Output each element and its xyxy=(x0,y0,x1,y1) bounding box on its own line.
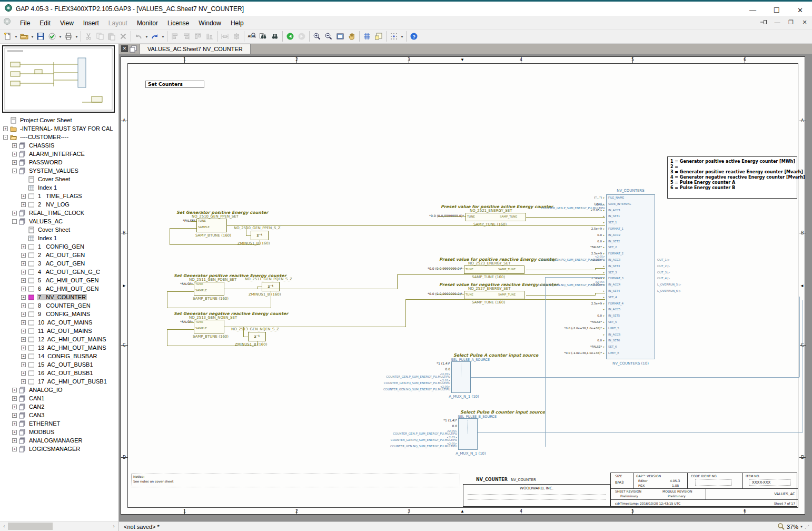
open-icon[interactable] xyxy=(18,31,30,42)
zoom-page-icon[interactable] xyxy=(334,31,346,42)
tree-item-password[interactable]: +PASSWORD xyxy=(0,158,118,166)
mdi-minimize-icon[interactable]: — xyxy=(772,17,783,27)
tree-item-2-nv-log[interactable]: +2 NV_LOG xyxy=(0,200,118,209)
expand-icon[interactable]: + xyxy=(21,295,26,300)
menu-layout[interactable]: Layout xyxy=(104,17,132,29)
snap-icon[interactable] xyxy=(388,31,400,42)
expand-icon[interactable]: + xyxy=(21,202,26,207)
expand-icon[interactable]: + xyxy=(21,253,26,258)
tree-item-project-cover-sheet[interactable]: Project Cover Sheet xyxy=(0,116,118,124)
expand-icon[interactable]: + xyxy=(12,152,17,156)
expand-icon[interactable]: + xyxy=(12,211,17,215)
tree-item-can1[interactable]: +CAN1 xyxy=(0,394,118,402)
tree-item-16-ac-out-busb1[interactable]: +16 AC_OUT_BUSB1 xyxy=(0,369,118,377)
expand-icon[interactable]: + xyxy=(12,396,17,401)
tree-item-system-values[interactable]: -SYSTEM_VALUES xyxy=(0,166,118,175)
expand-icon[interactable]: + xyxy=(21,362,26,367)
expand-icon[interactable]: + xyxy=(21,371,26,376)
expand-icon[interactable]: + xyxy=(21,337,26,342)
menu-help[interactable]: Help xyxy=(226,17,249,29)
canvas[interactable]: 112233445566AABBCCDD ▼ ▲ ► ◄ Set Counter… xyxy=(119,54,812,522)
tree-item-12-ac-hmi-out-mains[interactable]: +12 AC_HMI_OUT_MAINS xyxy=(0,335,118,343)
menu-license[interactable]: License xyxy=(163,17,194,29)
expand-icon[interactable]: + xyxy=(12,160,17,165)
tree-item-11-ac-out-mains[interactable]: +11 AC_OUT_MAINS xyxy=(0,327,118,335)
tree-item--customer-[interactable]: -----CUSTOMER---- xyxy=(0,133,118,141)
expand-icon[interactable]: + xyxy=(3,126,8,131)
print-dropdown-icon[interactable]: ▼ xyxy=(74,31,79,42)
tree-item-8-counter-gen[interactable]: +8 COUNTER_GEN xyxy=(0,301,118,310)
scrollbar-thumb[interactable] xyxy=(8,523,53,530)
help-icon[interactable]: ? xyxy=(408,31,420,42)
tree-item-5-ac-hmi-out-gen[interactable]: +5 AC_HMI_OUT_GEN xyxy=(0,276,118,284)
tree-item--internal-must-stay-for-cal[interactable]: +-INTERNAL- MUST STAY FOR CAL xyxy=(0,124,118,133)
tree-item-1-config-gen[interactable]: +1 CONFIG_GEN xyxy=(0,242,118,251)
tree-item-analog-io[interactable]: +ANALOG_IO xyxy=(0,386,118,394)
tree-item-analogmanager[interactable]: +ANALOGMANAGER xyxy=(0,436,118,445)
expand-icon[interactable]: + xyxy=(21,270,26,274)
expand-icon[interactable]: + xyxy=(21,261,26,266)
tree-item-9-config-mains[interactable]: +9 CONFIG_MAINS xyxy=(0,310,118,318)
expand-icon[interactable]: + xyxy=(21,354,26,359)
resize-grip[interactable]: ⋰ xyxy=(805,524,810,529)
tree-item-alarm-interface[interactable]: +ALARM_INTERFACE xyxy=(0,150,118,158)
z-delay-block[interactable]: z⁻¹ xyxy=(251,231,269,240)
tree-item-13-ac-hmi-out-mains[interactable]: +13 AC_HMI_OUT_MAINS xyxy=(0,343,118,352)
tree-item-2-ac-out-gen[interactable]: +2 AC_OUT_GEN xyxy=(0,251,118,259)
menu-file[interactable]: File xyxy=(15,17,35,29)
zoom-out-icon[interactable] xyxy=(323,31,334,42)
expand-icon[interactable]: + xyxy=(12,447,17,451)
expand-icon[interactable]: + xyxy=(21,287,26,291)
expand-icon[interactable]: + xyxy=(12,143,17,148)
z-delay-block[interactable]: z⁻¹ xyxy=(248,332,266,341)
expand-icon[interactable]: + xyxy=(12,421,17,426)
menu-edit[interactable]: Edit xyxy=(35,17,55,29)
tree-item-values-ac[interactable]: -VALUES_AC xyxy=(0,217,118,225)
save-icon[interactable] xyxy=(35,31,46,42)
expand-icon[interactable]: + xyxy=(21,320,26,325)
grid-icon[interactable] xyxy=(361,31,373,42)
expand-icon[interactable]: + xyxy=(12,413,17,418)
tree-item-logicsmanager[interactable]: +LOGICSMANAGER xyxy=(0,445,118,453)
tree-item-15-ac-out-busb1[interactable]: +15 AC_OUT_BUSB1 xyxy=(0,360,118,369)
mdi-restore-icon[interactable]: ❐ xyxy=(786,17,796,27)
expand-icon[interactable]: + xyxy=(12,438,17,443)
tree-horizontal-scrollbar[interactable]: ‹ › xyxy=(0,522,118,531)
verify-icon[interactable] xyxy=(46,31,58,42)
tree-item-1-time-flags[interactable]: +1 TIME_FLAGS xyxy=(0,192,118,200)
tab-values-ac-sheet7[interactable]: VALUES_AC.Sheet7 NV_COUNTER xyxy=(140,44,251,54)
expand-icon[interactable]: + xyxy=(21,312,26,317)
close-tab-icon[interactable]: ✕ xyxy=(121,45,128,52)
expand-icon[interactable]: + xyxy=(21,379,26,384)
find-pages-icon[interactable] xyxy=(258,31,269,42)
tree-item-7-nv-counter[interactable]: +7 NV_COUNTER xyxy=(0,293,118,301)
tree-item-3-ac-out-gen[interactable]: +3 AC_OUT_GEN xyxy=(0,259,118,268)
back-icon[interactable] xyxy=(284,31,296,42)
redo-dropdown-icon[interactable]: ▼ xyxy=(161,31,165,42)
tree-item-10-ac-out-mains[interactable]: +10 AC_OUT_MAINS xyxy=(0,318,118,327)
scroll-right-icon[interactable]: › xyxy=(110,523,117,530)
expand-icon[interactable]: + xyxy=(12,430,17,435)
pin-toolbar-icon[interactable] xyxy=(758,17,769,27)
expand-icon[interactable]: + xyxy=(12,388,17,392)
zoom-dropdown-icon[interactable]: ▾ xyxy=(800,524,803,529)
print-icon[interactable] xyxy=(63,31,74,42)
new-file-dropdown-icon[interactable]: ▼ xyxy=(14,31,18,42)
menu-window[interactable]: Window xyxy=(194,17,226,29)
new-file-icon[interactable] xyxy=(2,31,14,42)
expand-icon[interactable]: + xyxy=(21,346,26,350)
collapse-icon[interactable]: - xyxy=(12,169,17,173)
expand-icon[interactable]: + xyxy=(21,329,26,333)
pan-icon[interactable] xyxy=(346,31,358,42)
snap-dropdown-icon[interactable]: ▼ xyxy=(400,31,404,42)
tree-item-6-ac-hmi-out-gen[interactable]: +6 AC_HMI_OUT_GEN xyxy=(0,284,118,293)
expand-icon[interactable]: + xyxy=(21,303,26,308)
scroll-left-icon[interactable]: ‹ xyxy=(1,523,8,530)
menu-insert[interactable]: Insert xyxy=(78,17,104,29)
expand-icon[interactable]: + xyxy=(21,278,26,283)
tree-item-can2[interactable]: +CAN2 xyxy=(0,402,118,411)
verify-dropdown-icon[interactable]: ▼ xyxy=(58,31,63,42)
zoom-in-icon[interactable] xyxy=(311,31,323,42)
expand-icon[interactable]: + xyxy=(12,405,17,409)
zoom-level[interactable]: 37% xyxy=(787,524,798,530)
